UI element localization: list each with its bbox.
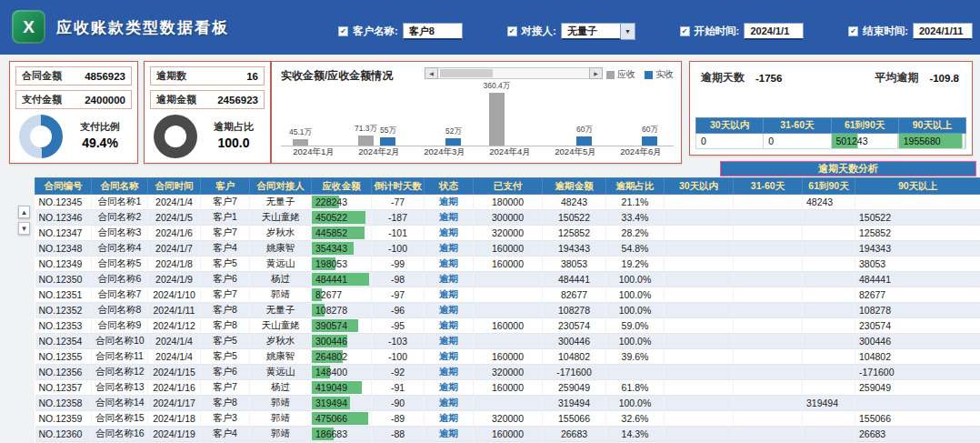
- cell-paid: 160000: [474, 318, 543, 334]
- paid-amount-value: 2400000: [85, 95, 125, 106]
- checkbox-icon[interactable]: [848, 26, 858, 36]
- cell-contact: 郭靖: [250, 396, 312, 411]
- cell-days-61-90: [803, 257, 855, 272]
- cell-days-90-plus: 108278: [855, 303, 980, 318]
- chart-scrollbar[interactable]: [425, 67, 603, 79]
- cell-days-30: [665, 380, 734, 396]
- cell-countdown: -100: [372, 349, 425, 365]
- cell-overdue-ratio: [606, 365, 665, 380]
- cell-status: 逾期: [425, 365, 474, 380]
- cell-days-90-plus: [855, 396, 980, 411]
- contact-person-input[interactable]: 无量子: [561, 23, 621, 40]
- bar-receivable: [489, 93, 505, 146]
- cell-paid: 160000: [474, 241, 543, 257]
- cell-status: 逾期: [425, 411, 474, 427]
- cell-contract-name: 合同名称3: [92, 226, 148, 241]
- scroll-down-button[interactable]: [18, 222, 30, 235]
- chart-month-group: 52万2024年3月: [412, 86, 477, 158]
- col-overdue-ratio: 逾期占比: [606, 178, 665, 195]
- cell-days-30: [665, 365, 734, 380]
- customer-name-input[interactable]: 客户8: [403, 23, 463, 40]
- cell-contract-date: 2024/1/9: [148, 272, 201, 287]
- cell-overdue-ratio: 100.0%: [606, 272, 665, 287]
- cell-days-30: [665, 287, 734, 303]
- scroll-up-button[interactable]: [18, 206, 30, 218]
- bar-value-label: 52万: [445, 126, 462, 137]
- cell-overdue-ratio: 100.0%: [606, 334, 665, 349]
- cell-days-31-60: [734, 427, 803, 442]
- chart-month-group: 71.3万55万2024年2月: [346, 86, 412, 158]
- table-scrollbar[interactable]: [18, 206, 30, 235]
- filter-customer-name: 客户名称:客户8: [338, 23, 463, 40]
- bar-chart: 45.1万2024年1月71.3万55万2024年2月52万2024年3月360…: [281, 86, 674, 158]
- overdue-count-value: 16: [246, 71, 258, 82]
- table-row: NO.12356合同名称122024/1/15客户6黄远山148400-92逾期…: [35, 365, 980, 380]
- cell-contract-no: NO.12354: [35, 334, 92, 349]
- cell-days-30: [665, 427, 734, 442]
- cell-contract-no: NO.12359: [35, 411, 92, 427]
- cell-overdue-amount: 48243: [543, 195, 606, 210]
- cell-contact: 杨过: [250, 272, 312, 287]
- col-contact: 合同对接人: [250, 178, 312, 195]
- cell-customer: 客户8: [201, 303, 250, 318]
- dropdown-caret-icon[interactable]: [621, 23, 635, 40]
- cell-contract-date: 2024/1/4: [148, 195, 201, 210]
- cell-days-31-60: [734, 411, 803, 427]
- cell-contract-no: NO.12353: [35, 318, 92, 334]
- x-axis-label: 2024年6月: [608, 146, 674, 158]
- cell-contract-name: 合同名称9: [92, 318, 148, 334]
- bar-group: 52万: [445, 126, 461, 146]
- col-paid: 已支付: [474, 178, 543, 195]
- cell-contract-no: NO.12349: [35, 257, 92, 272]
- cell-receivable: 186683: [312, 427, 372, 442]
- table-row: NO.12346合同名称22024/1/5客户1天山童姥450522-187逾期…: [35, 210, 980, 226]
- bar-value-label: 71.3万: [355, 124, 377, 135]
- cell-days-31-60: [734, 303, 803, 318]
- scroll-left-button[interactable]: [425, 67, 438, 79]
- col-contract-date: 合同时间: [148, 178, 201, 195]
- cell-contact: 天山童姥: [250, 318, 312, 334]
- cell-countdown: -101: [372, 226, 425, 241]
- start-date-input[interactable]: 2024/1/1: [744, 23, 804, 40]
- bar-value-label: 60万: [576, 125, 593, 136]
- checkbox-icon[interactable]: [338, 26, 348, 36]
- contract-amount-stat: 合同金额 4856923: [15, 66, 132, 86]
- cell-overdue-ratio: 100.0%: [606, 287, 665, 303]
- cell-countdown: -187: [372, 210, 425, 226]
- cell-countdown: -96: [372, 303, 425, 318]
- overdue-amount-value: 2456923: [217, 95, 258, 106]
- cell-days-30: [665, 349, 734, 365]
- end-date-input[interactable]: 2024/1/11: [913, 23, 973, 40]
- cell-contract-no: NO.12356: [35, 365, 92, 380]
- cell-contract-no: NO.12352: [35, 303, 92, 318]
- bar-value-label: 55万: [380, 126, 396, 136]
- chart-title: 实收金额/应收金额情况: [281, 68, 393, 84]
- table-row: NO.12345合同名称12024/1/4客户7无量子228243-77逾期18…: [35, 195, 980, 210]
- cell-contract-name: 合同名称15: [92, 411, 148, 427]
- overdue-summary-head: 逾期天数 -1756 平均逾期 -109.8: [690, 62, 972, 86]
- scroll-thumb[interactable]: [440, 69, 493, 77]
- cell-days-61-90: [803, 272, 855, 287]
- scroll-track[interactable]: [438, 67, 589, 79]
- cell-status: 逾期: [425, 257, 474, 272]
- cell-contract-no: NO.12358: [35, 396, 92, 411]
- cell-overdue-ratio: 59.0%: [606, 318, 665, 334]
- cell-days-30: [665, 334, 734, 349]
- cell-paid: 320000: [474, 411, 543, 427]
- cell-days-61-90: [803, 287, 855, 303]
- checkbox-icon[interactable]: [507, 26, 517, 36]
- paid-amount-stat: 支付金额 2400000: [15, 90, 132, 109]
- cell-countdown: -103: [372, 334, 425, 349]
- cell-days-61-90: [803, 334, 855, 349]
- col-countdown: 倒计时天数: [372, 178, 425, 195]
- checkbox-icon[interactable]: [680, 26, 690, 36]
- buckets-value-row: 005012431955680: [696, 134, 966, 149]
- cell-days-30: [665, 396, 734, 411]
- contracts-table: 合同编号合同名称合同时间客户合同对接人应收金额倒计时天数状态已支付逾期金额逾期占…: [35, 177, 980, 442]
- chart-legend: 应收实收: [606, 68, 674, 81]
- cell-overdue-ratio: 28.2%: [606, 226, 665, 241]
- bucket-value-3: 501243: [831, 134, 898, 149]
- cell-overdue-amount: 26683: [543, 427, 606, 442]
- scroll-right-button[interactable]: [589, 67, 603, 79]
- x-axis-label: 2024年1月: [281, 146, 346, 158]
